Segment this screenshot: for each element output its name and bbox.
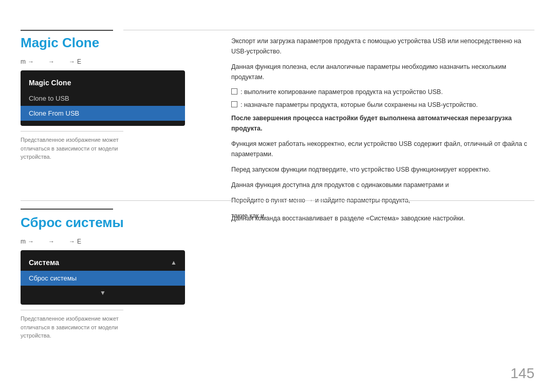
reset-tv-header-text: Система	[29, 258, 59, 267]
reset-tv-ui: Система ▲ Сброс системы ▼	[21, 250, 185, 305]
reset-top-line	[21, 209, 113, 210]
mc-para3-bold: После завершения процесса настройки буде…	[231, 115, 512, 132]
reset-tv-down-arrow: ▼	[100, 289, 106, 296]
reset-nav-step2	[36, 238, 46, 245]
magic-clone-right-col: Экспорт или загрузка параметров продукта…	[231, 36, 534, 226]
reset-nav-arrow3: →	[69, 238, 75, 245]
mc-checkbox2-line: : назначьте параметры продукта, которые …	[231, 100, 534, 110]
reset-nav-step3	[57, 238, 67, 245]
middle-divider	[21, 200, 534, 201]
nav-arrow1: →	[28, 58, 34, 65]
magic-clone-tv-ui: Magic Clone Clone to USB Clone From USB	[21, 70, 185, 126]
page-container: Magic Clone m → → → E Magic Clone Clone …	[0, 0, 555, 392]
reset-section: Сброс системы m → → → E Система ▲ Сброс …	[21, 206, 216, 340]
reset-right-col: Данная команда восстанавливает в разделе…	[231, 213, 534, 223]
reset-desc: Данная команда восстанавливает в разделе…	[231, 213, 534, 223]
mc-para2: Данная функция полезна, если аналогичные…	[231, 62, 534, 82]
magic-clone-nav-path: m → → → E	[21, 58, 216, 65]
reset-tv-up-arrow: ▲	[171, 259, 177, 266]
nav-arrow2: →	[48, 58, 54, 65]
reset-nav-arrow2: →	[48, 238, 54, 245]
mc-checkbox1-text: : выполните копирование параметров проду…	[240, 87, 443, 97]
mc-para6: Данная функция доступна для продуктов с …	[231, 180, 534, 190]
tv-ui-item-clone-from-usb[interactable]: Clone From USB	[21, 106, 185, 121]
reset-nav-m: m	[21, 238, 26, 245]
reset-title: Сброс системы	[21, 215, 216, 231]
tv-ui-header: Magic Clone	[21, 76, 185, 91]
mc-para4: Функция может работать некорректно, если…	[231, 139, 534, 159]
mc-checkbox1-line: : выполните копирование параметров проду…	[231, 87, 534, 97]
reset-nav-arrow1: →	[28, 238, 34, 245]
reset-tv-item-reset[interactable]: Сброс системы	[21, 271, 185, 286]
mc-para5: Перед запуском функции подтвердите, что …	[231, 164, 534, 175]
mc-checkbox2-text: : назначьте параметры продукта, которые …	[240, 100, 478, 110]
reset-nav-path: m → → → E	[21, 238, 216, 245]
reset-tv-ui-header: Система ▲	[21, 255, 185, 271]
magic-clone-section: Magic Clone m → → → E Magic Clone Clone …	[21, 30, 216, 161]
mc-para3: После завершения процесса настройки буде…	[231, 113, 534, 134]
mc-checkbox2	[231, 101, 237, 107]
nav-m: m	[21, 58, 26, 65]
mc-checkbox1	[231, 88, 237, 95]
page-number: 145	[510, 365, 534, 382]
reset-image-note: Представленное изображение может отличат…	[21, 310, 123, 340]
nav-end: E	[77, 58, 81, 65]
reset-tv-down-arrow-container: ▼	[21, 286, 185, 300]
magic-clone-image-note: Представленное изображение может отличат…	[21, 131, 123, 161]
nav-step2	[36, 58, 46, 65]
magic-clone-title: Magic Clone	[21, 35, 216, 51]
nav-step3	[57, 58, 67, 65]
tv-ui-item-clone-to-usb[interactable]: Clone to USB	[21, 91, 185, 106]
mc-para1: Экспорт или загрузка параметров продукта…	[231, 36, 534, 57]
reset-nav-end: E	[77, 238, 81, 245]
nav-arrow3: →	[69, 58, 75, 65]
